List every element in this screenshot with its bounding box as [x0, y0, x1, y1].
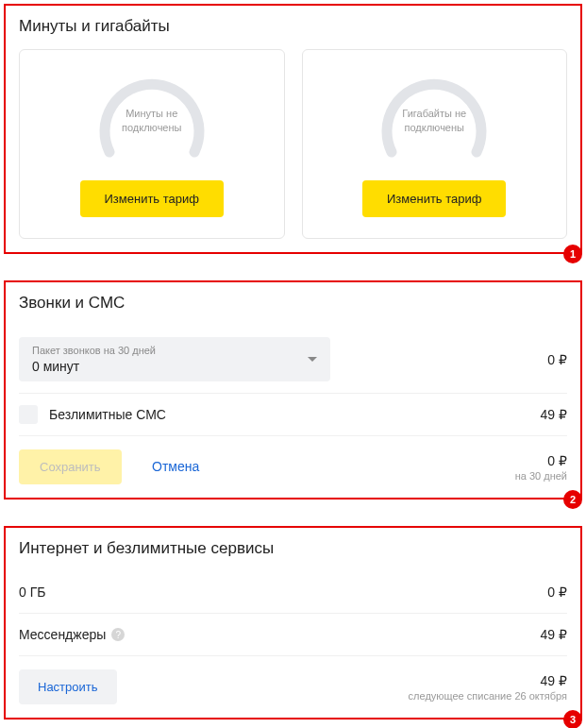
- call-package-price: 0 ₽: [547, 352, 567, 367]
- configure-button[interactable]: Настроить: [19, 669, 117, 704]
- select-label: Пакет звонков на 30 дней: [32, 345, 156, 357]
- change-tariff-button[interactable]: Изменить тариф: [80, 180, 224, 217]
- save-button[interactable]: Сохранить: [19, 449, 122, 484]
- next-charge: следующее списание 26 октября: [409, 690, 567, 702]
- messengers-label: Мессенджеры: [19, 627, 106, 642]
- gauge-gb: Гигабайты не подключены: [373, 67, 495, 161]
- cards-row: Минуты не подключены Изменить тариф Гига…: [19, 49, 567, 239]
- sms-label: Безлимитные СМС: [49, 407, 166, 422]
- help-icon[interactable]: ?: [111, 628, 125, 641]
- total-period: на 30 дней: [515, 470, 567, 482]
- cancel-button[interactable]: Отмена: [152, 459, 199, 474]
- total-price: 49 ₽: [409, 673, 567, 688]
- gauge-minutes: Минуты не подключены: [91, 67, 213, 161]
- card-minutes: Минуты не подключены Изменить тариф: [19, 49, 285, 239]
- data-label: 0 ГБ: [19, 584, 45, 600]
- footer-row: Настроить 49 ₽ следующее списание 26 окт…: [19, 656, 567, 704]
- messengers-price: 49 ₽: [541, 627, 567, 642]
- panel-internet: Интернет и безлимитные сервисы 0 ГБ 0 ₽ …: [4, 526, 582, 720]
- gauge-text-line1: Гигабайты не: [388, 107, 480, 121]
- annotation-marker: 1: [563, 245, 582, 263]
- row-sms: Безлимитные СМС 49 ₽: [19, 394, 567, 436]
- panel-title: Интернет и безлимитные сервисы: [19, 539, 567, 558]
- panel-title: Звонки и СМС: [19, 294, 567, 313]
- card-gb: Гигабайты не подключены Изменить тариф: [302, 49, 568, 239]
- footer-row: Сохранить Отмена 0 ₽ на 30 дней: [19, 436, 567, 484]
- panel-title: Минуты и гигабайты: [19, 17, 567, 36]
- annotation-marker: 2: [563, 490, 582, 509]
- sms-checkbox[interactable]: [19, 405, 38, 424]
- annotation-marker: 3: [563, 710, 582, 728]
- gauge-text-line1: Минуты не: [106, 107, 198, 121]
- data-price: 0 ₽: [547, 584, 567, 600]
- row-messengers: Мессенджеры ? 49 ₽: [19, 614, 567, 656]
- panel-calls-sms: Звонки и СМС Пакет звонков на 30 дней 0 …: [4, 280, 582, 499]
- gauge-text-line2: подключены: [388, 121, 480, 135]
- chevron-down-icon: [308, 357, 317, 362]
- gauge-text-line2: подключены: [106, 121, 198, 135]
- panel-minutes-gb: Минуты и гигабайты Минуты не подключены …: [4, 4, 582, 254]
- total-price: 0 ₽: [515, 453, 567, 468]
- row-call-package: Пакет звонков на 30 дней 0 минут 0 ₽: [19, 326, 567, 394]
- row-data: 0 ГБ 0 ₽: [19, 571, 567, 614]
- change-tariff-button[interactable]: Изменить тариф: [362, 180, 506, 217]
- sms-price: 49 ₽: [541, 407, 567, 422]
- select-value: 0 минут: [32, 359, 156, 374]
- call-package-select[interactable]: Пакет звонков на 30 дней 0 минут: [19, 337, 330, 381]
